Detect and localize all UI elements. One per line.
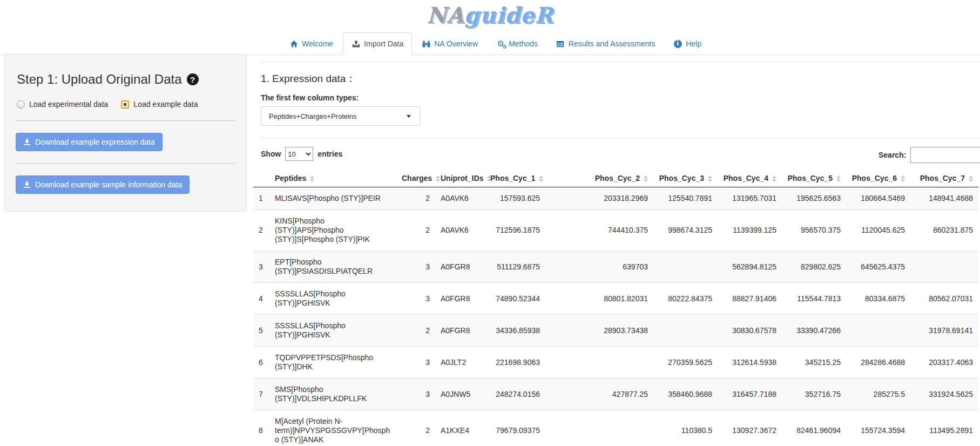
home-icon	[289, 39, 298, 48]
cell-phos-cyc-7: 148941.4688	[910, 187, 978, 210]
column-header-phos_cyc_5[interactable]: Phos_Cyc_5	[782, 170, 846, 187]
cell-phos-cyc-1: 79679.09375	[485, 410, 545, 446]
tab-welcome[interactable]: Welcome	[281, 32, 342, 55]
cell-charge: 3	[396, 379, 435, 410]
cell-phos-cyc-2: 639703	[545, 251, 653, 283]
cell-phos-cyc-5: 82461.96094	[782, 410, 846, 446]
cell-phos-cyc-5: 829802.625	[782, 251, 846, 283]
logo-part-2: guideR	[464, 2, 553, 28]
cell-phos-cyc-7: 31978.69141	[910, 315, 978, 347]
table-row[interactable]: 6TQDPVPPETPSDS[Phospho (STY)]DHK3A0JLT22…	[253, 347, 978, 379]
cell-charge: 3	[396, 347, 435, 379]
sort-icon	[969, 175, 973, 182]
cell-phos-cyc-6: 80334.6875	[846, 283, 910, 315]
column-header-phos_cyc_2[interactable]: Phos_Cyc_2	[545, 170, 653, 187]
info-icon: i	[673, 39, 682, 48]
tab-import-data[interactable]: Import Data	[343, 32, 412, 55]
cell-phos-cyc-4: 1139399.125	[718, 210, 782, 251]
tab-methods[interactable]: ⚙⚙ Methods	[488, 32, 546, 55]
column-header-peptides[interactable]: Peptides	[269, 170, 396, 187]
logo-part-1: NA	[427, 2, 464, 28]
cell-peptide: KINS[Phospho (STY)]APS[Phospho (STY)]S[P…	[269, 210, 396, 251]
column-header-charges[interactable]: Charges	[396, 170, 435, 187]
radio-icon[interactable]	[17, 100, 25, 109]
cell-phos-cyc-5: 345215.25	[782, 347, 846, 379]
cell-phos-cyc-1: 511129.6875	[485, 251, 545, 283]
cell-uniprot-id: A0JLT2	[435, 347, 485, 379]
cell-phos-cyc-7: 331924.5625	[910, 379, 978, 410]
table-row[interactable]: 1MLISAVS[Phospho (STY)]PEIR2A0AVK6157593…	[253, 187, 978, 210]
cell-phos-cyc-5: 33390.47266	[782, 315, 846, 347]
radio-load-experimental-data[interactable]: Load experimental data	[17, 100, 108, 109]
tab-help[interactable]: i Help	[665, 32, 710, 55]
cell-phos-cyc-2	[545, 410, 653, 446]
page-length-select[interactable]: 10	[285, 147, 313, 161]
sort-icon	[436, 175, 440, 182]
cell-row-index: 8	[253, 410, 269, 446]
cell-phos-cyc-7: 113495.2891	[910, 410, 978, 446]
tab-results-assessments[interactable]: Results and Assessments	[548, 32, 664, 55]
cell-phos-cyc-7: 80562.07031	[910, 283, 978, 315]
table-length-control: Show 10 entries	[261, 147, 980, 161]
app-logo: NAguideR	[0, 0, 980, 30]
table-row[interactable]: 3EPT[Phospho (STY)]PSIASDISLPIATQELR3A0F…	[253, 251, 978, 283]
cell-phos-cyc-6	[846, 315, 910, 347]
table-row[interactable]: 2KINS[Phospho (STY)]APS[Phospho (STY)]S[…	[253, 210, 978, 251]
cell-charge: 3	[396, 251, 435, 283]
cell-phos-cyc-1: 34336.85938	[485, 315, 545, 347]
radio-checked-icon[interactable]	[121, 100, 129, 109]
radio-load-example-data[interactable]: Load example data	[121, 100, 198, 109]
table-row[interactable]: 4SSSSLLAS[Phospho (STY)]PGHISVK3A0FGR874…	[253, 283, 978, 315]
search-label: Search:	[878, 151, 906, 159]
cell-peptide: EPT[Phospho (STY)]PSIASDISLPIATQELR	[269, 251, 396, 283]
column-types-dropdown[interactable]: Peptides+Charges+Proteins	[261, 106, 420, 126]
question-circle-icon[interactable]: ?	[187, 73, 199, 85]
table-row[interactable]: 5SSSSLLAS[Phospho (STY)]PGHISVK2A0FGR834…	[253, 315, 978, 347]
sort-icon	[310, 175, 314, 182]
cell-uniprot-id: A0AVK6	[435, 187, 485, 210]
cell-phos-cyc-6: 284286.4688	[846, 347, 910, 379]
cell-phos-cyc-4: 88827.91406	[718, 283, 782, 315]
cell-phos-cyc-6: 645625.4375	[846, 251, 910, 283]
column-types-label: The first few column types:	[261, 93, 980, 102]
cell-row-index: 5	[253, 315, 269, 347]
cell-phos-cyc-1: 157593.625	[485, 187, 545, 210]
cell-phos-cyc-7	[910, 251, 978, 283]
upload-panel: Step 1: Upload Original Data ? Load expe…	[4, 54, 247, 212]
cell-row-index: 3	[253, 251, 269, 283]
cell-phos-cyc-3	[653, 315, 718, 347]
download-icon	[23, 181, 31, 188]
download-sample-information-button[interactable]: Download example sample information data	[16, 175, 190, 194]
column-header-phos_cyc_3[interactable]: Phos_Cyc_3	[653, 170, 718, 187]
table-row[interactable]: 8M[Acetyl (Protein N-term)]NPVYSPGSSGVPY…	[253, 410, 978, 446]
cell-phos-cyc-3	[653, 251, 718, 283]
download-expression-data-button[interactable]: Download example expression data	[16, 133, 163, 151]
cell-uniprot-id: A0FGR8	[435, 251, 485, 283]
cell-charge: 2	[396, 315, 435, 347]
cell-phos-cyc-3: 358460.9688	[653, 379, 718, 410]
show-label: Show	[261, 150, 281, 158]
cell-phos-cyc-3: 110380.5	[653, 410, 718, 446]
column-types-selected-value: Peptides+Charges+Proteins	[269, 112, 357, 120]
cell-phos-cyc-4: 562894.8125	[718, 251, 782, 283]
entries-label: entries	[317, 150, 342, 158]
cell-phos-cyc-5: 115544.7813	[782, 283, 846, 315]
cell-uniprot-id: A0FGR8	[435, 283, 485, 315]
search-input[interactable]	[910, 147, 980, 163]
upload-icon	[352, 39, 360, 48]
cell-charge: 2	[396, 210, 435, 251]
tab-na-overview[interactable]: NA Overview	[413, 32, 486, 55]
column-header-phos_cyc_6[interactable]: Phos_Cyc_6	[846, 170, 910, 187]
gears-icon: ⚙⚙	[496, 39, 505, 48]
column-header-phos_cyc_1[interactable]: Phos_Cyc_1	[485, 170, 545, 187]
cell-peptide: SMS[Phospho (STY)]VDLSHIPLKDPLLFK	[269, 379, 396, 410]
cell-phos-cyc-6: 155724.3594	[846, 410, 910, 446]
column-header-phos_cyc_4[interactable]: Phos_Cyc_4	[718, 170, 782, 187]
table-row[interactable]: 7SMS[Phospho (STY)]VDLSHIPLKDPLLFK3A0JNW…	[253, 379, 978, 410]
column-header-uniprot_ids[interactable]: Uniprot_IDs	[435, 170, 485, 187]
column-header-phos_cyc_7[interactable]: Phos_Cyc_7	[910, 170, 978, 187]
panel-title: Step 1: Upload Original Data ?	[17, 72, 235, 87]
cell-phos-cyc-3: 270359.5625	[653, 347, 718, 379]
cell-phos-cyc-3: 998674.3125	[653, 210, 718, 251]
sort-icon	[708, 175, 712, 182]
